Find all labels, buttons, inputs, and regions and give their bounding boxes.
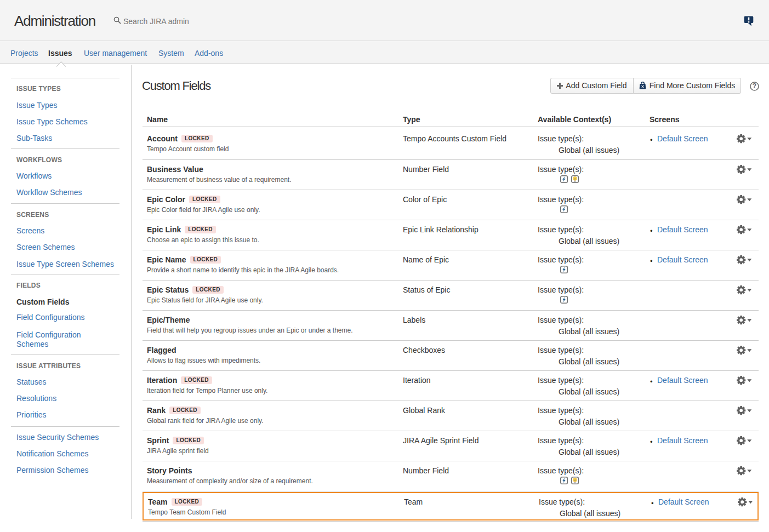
svg-text:?: ? bbox=[753, 82, 756, 90]
